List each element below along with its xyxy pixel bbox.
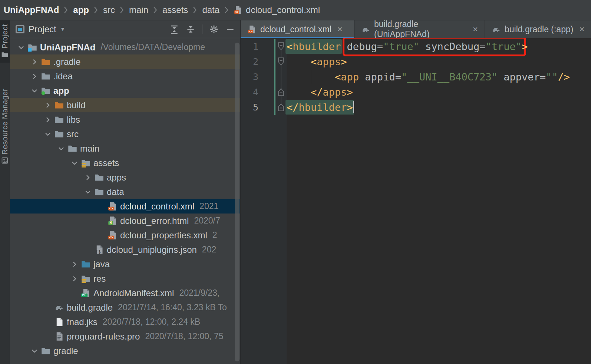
breadcrumb-separator-icon <box>64 6 68 14</box>
editor-body[interactable]: 12345 <hbuilder debug="true" syncDebug="… <box>241 38 591 364</box>
code-token: hbuilder <box>293 41 341 52</box>
tree-row-dcloud-properties-xml[interactable]: <>dcloud_properties.xml2 <box>10 228 240 242</box>
svg-text:{}: {} <box>95 249 101 255</box>
tree-row--idea[interactable]: .idea <box>10 69 240 83</box>
code-token <box>287 56 311 67</box>
chevron-right-icon[interactable] <box>68 271 81 286</box>
tab-close-icon[interactable]: × <box>337 24 343 34</box>
chevron-down-icon[interactable] <box>42 127 54 141</box>
code-token: debug <box>347 41 377 52</box>
chevron-right-icon[interactable] <box>42 98 54 112</box>
code-token: "true" <box>383 41 419 52</box>
tab-close-icon[interactable]: × <box>579 24 584 34</box>
stripe-button-project[interactable]: Project <box>0 20 10 63</box>
breadcrumb-label: assets <box>162 5 188 15</box>
tree-row-proguard-rules-pro[interactable]: proguard-rules.pro2020/7/18, 12:00, 75 <box>10 329 240 344</box>
folder-icon <box>54 127 66 141</box>
tree-item-label: fnad.jks <box>67 317 98 327</box>
editor-tab-build-gradle-uniappfnad-[interactable]: build.gradle (UniAppFNAd)× <box>354 20 485 38</box>
project-tree: UniAppFNAd/Volumes/DATA/Developme.gradle… <box>10 38 240 364</box>
code-token: syncDebug <box>425 41 479 52</box>
chevron-right-icon[interactable] <box>28 69 41 83</box>
chevron-right-icon[interactable] <box>68 257 81 271</box>
project-panel-title: Project <box>29 24 56 34</box>
file-plain-icon <box>54 315 66 329</box>
chevron-down-icon[interactable] <box>82 185 94 199</box>
tree-item-label: .idea <box>53 71 73 82</box>
tree-row-apps[interactable]: apps <box>10 170 240 185</box>
breadcrumb-item-uniappfnad[interactable]: UniAppFNAd <box>4 5 59 15</box>
breadcrumb-item-data[interactable]: data <box>202 5 219 15</box>
tree-row-fnad-jks[interactable]: fnad.jks2020/7/18, 12:00, 2.24 kB <box>10 315 240 329</box>
stripe-button-resource-manager[interactable]: Resource Manager <box>0 72 10 172</box>
tree-row-build-gradle[interactable]: build.gradle2021/7/14, 16:40, 3.23 kB To <box>10 300 240 315</box>
tree-row-data[interactable]: data <box>10 185 240 199</box>
folder-icon <box>67 141 80 156</box>
chevron-right-icon[interactable] <box>28 54 41 69</box>
folder-badge-square-icon <box>27 40 40 54</box>
breadcrumb-item-main[interactable]: main <box>129 5 148 15</box>
breadcrumb-item-assets[interactable]: assets <box>162 5 188 15</box>
tree-row-res[interactable]: res <box>10 271 240 286</box>
fold-marker-up-icon[interactable] <box>278 88 284 96</box>
chevron-down-icon: ▾ <box>61 25 65 33</box>
file-html-icon: H <box>108 214 120 228</box>
tree-row--gradle[interactable]: .gradle <box>10 54 240 69</box>
tree-item-label: app <box>53 86 69 96</box>
code-token: = <box>540 71 546 83</box>
tree-row-libs[interactable]: libs <box>10 112 240 127</box>
code-token: </ <box>287 102 299 113</box>
fold-marker-down-icon[interactable] <box>278 57 284 66</box>
breadcrumb-separator-icon <box>193 6 197 14</box>
chevron-right-icon[interactable] <box>42 112 54 127</box>
fold-marker-down-icon[interactable] <box>278 42 284 50</box>
breadcrumb-label: app <box>73 5 89 15</box>
tree-scrollbar[interactable] <box>235 43 240 361</box>
tree-item-label: main <box>80 143 99 154</box>
file-json-icon: {} <box>94 242 106 257</box>
breadcrumb-item-app[interactable]: app <box>73 5 89 15</box>
tree-item-label: proguard-rules.pro <box>67 331 140 342</box>
editor-tab-build-gradle-app-[interactable]: build.gradle (:app)× <box>485 20 591 38</box>
settings-button[interactable] <box>207 23 221 36</box>
tree-row-java[interactable]: java <box>10 257 240 271</box>
tree-row-src[interactable]: src <box>10 127 240 141</box>
expand-all-button[interactable] <box>167 23 181 36</box>
code-token: apps <box>323 86 347 98</box>
tree-row-androidmanifest-xml[interactable]: MFAndroidManifest.xml2021/9/23, <box>10 286 240 300</box>
tree-row-build[interactable]: build <box>10 98 240 112</box>
tree-row-dcloud-uniplugins-json[interactable]: {}dcloud_uniplugins.json202 <box>10 242 240 257</box>
tree-item-label: data <box>107 187 124 197</box>
tree-item-label: dcloud_uniplugins.json <box>107 245 197 255</box>
editor: <>dcloud_control.xml×build.gradle (UniAp… <box>240 20 591 364</box>
tree-item-meta: 2021/7/14, 16:40, 3.23 kB To <box>118 302 227 312</box>
project-view-selector[interactable]: Project ▾ <box>16 24 64 34</box>
hide-button[interactable] <box>223 23 237 36</box>
chevron-down-icon[interactable] <box>68 156 81 170</box>
chevron-down-icon[interactable] <box>28 344 41 358</box>
chevron-down-icon[interactable] <box>15 40 27 54</box>
tree-row-dcloud-error-html[interactable]: Hdcloud_error.html2020/7 <box>10 214 240 228</box>
editor-tab-dcloud-control-xml[interactable]: <>dcloud_control.xml× <box>241 20 354 38</box>
folder-small-icon <box>1 51 9 60</box>
code-token: appver <box>503 71 540 83</box>
chevron-placeholder <box>95 199 108 214</box>
tree-row-assets[interactable]: assets <box>10 156 240 170</box>
fold-marker-up-icon[interactable] <box>278 103 284 111</box>
tree-row-gradle[interactable]: gradle <box>10 344 240 358</box>
tree-row-uniappfnad[interactable]: UniAppFNAd/Volumes/DATA/Developme <box>10 40 240 54</box>
tree-row-main[interactable]: main <box>10 141 240 156</box>
tree-row-app[interactable]: app <box>10 83 240 98</box>
tree-row-dcloud-control-xml[interactable]: <>dcloud_control.xml2021 <box>10 199 240 214</box>
breadcrumb-item-dcloud-control-xml[interactable]: <>dcloud_control.xml <box>234 5 320 15</box>
chevron-right-icon[interactable] <box>82 170 94 185</box>
tree-item-meta: 2021/9/23, <box>179 288 219 298</box>
code-line-1: <hbuilder debug="true" syncDebug="true"> <box>287 39 528 54</box>
tab-close-icon[interactable]: × <box>473 24 478 34</box>
collapse-all-button[interactable] <box>184 23 198 36</box>
chevron-down-icon[interactable] <box>55 141 67 156</box>
breadcrumb-item-src[interactable]: src <box>103 5 115 15</box>
code-token: > <box>347 102 353 113</box>
chevron-down-icon[interactable] <box>28 83 41 98</box>
tree-item-label: res <box>93 274 106 284</box>
